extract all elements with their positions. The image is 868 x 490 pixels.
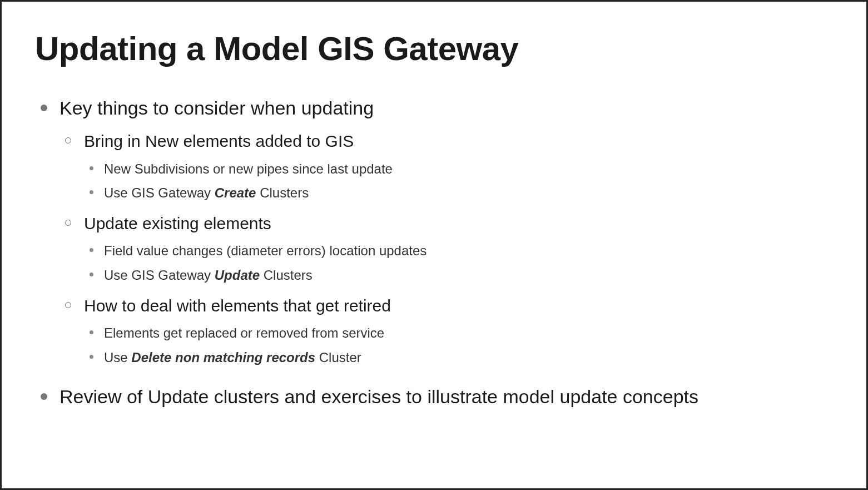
bullet-text-post: Cluster (315, 350, 361, 365)
bullet-level3-item: Elements get replaced or removed from se… (84, 324, 833, 343)
bullet-text-pre: Use GIS Gateway (104, 268, 215, 283)
bullet-text-pre: Use (104, 350, 131, 365)
bullet-text-emph: Update (215, 268, 260, 283)
slide: Updating a Model GIS Gateway Key things … (0, 0, 868, 490)
bullet-text-post: Clusters (260, 268, 313, 283)
bullet-level1-item: Key things to consider when updating Bri… (35, 96, 833, 367)
bullet-text-emph: Create (215, 185, 256, 200)
bullet-list-level1: Key things to consider when updating Bri… (35, 96, 833, 409)
bullet-level2-item: Update existing elements Field value cha… (59, 212, 833, 285)
bullet-text: Bring in New elements added to GIS (84, 132, 354, 150)
bullet-level3-item: Field value changes (diameter errors) lo… (84, 241, 833, 260)
bullet-level3-item: Use GIS Gateway Create Clusters (84, 184, 833, 202)
bullet-level3-item: Use Delete non matching records Cluster (84, 348, 833, 367)
bullet-text-pre: Use GIS Gateway (104, 185, 215, 200)
bullet-text: New Subdivisions or new pipes since last… (104, 161, 393, 176)
bullet-text: Elements get replaced or removed from se… (104, 325, 384, 340)
slide-title: Updating a Model GIS Gateway (35, 29, 833, 68)
bullet-text: Review of Update clusters and exercises … (59, 386, 698, 407)
bullet-level2-item: How to deal with elements that get retir… (59, 295, 833, 367)
bullet-text: How to deal with elements that get retir… (84, 296, 391, 315)
bullet-list-level2: Bring in New elements added to GIS New S… (59, 130, 833, 367)
bullet-text: Field value changes (diameter errors) lo… (104, 243, 426, 258)
bullet-list-level3: New Subdivisions or new pipes since last… (84, 160, 833, 202)
bullet-text-emph: Delete non matching records (131, 350, 315, 365)
bullet-text: Update existing elements (84, 214, 271, 232)
bullet-text-post: Clusters (256, 185, 309, 200)
bullet-text: Key things to consider when updating (59, 97, 374, 118)
bullet-level2-item: Bring in New elements added to GIS New S… (59, 130, 833, 202)
bullet-list-level3: Elements get replaced or removed from se… (84, 324, 833, 367)
bullet-list-level3: Field value changes (diameter errors) lo… (84, 241, 833, 284)
bullet-level1-item: Review of Update clusters and exercises … (35, 384, 833, 409)
bullet-level3-item: New Subdivisions or new pipes since last… (84, 160, 833, 179)
bullet-level3-item: Use GIS Gateway Update Clusters (84, 266, 833, 285)
